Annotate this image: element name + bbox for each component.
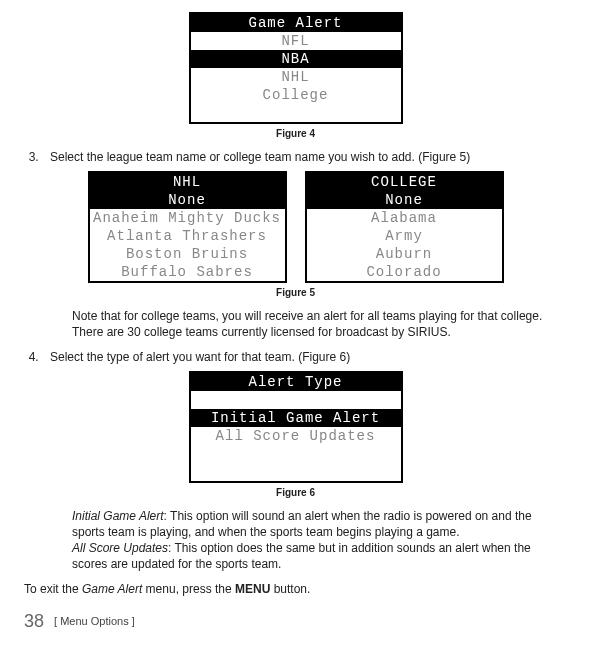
- figure-5-right-item: Alabama: [307, 209, 502, 227]
- figure-4-item: NHL: [191, 68, 401, 86]
- figure-5-left-item: Anaheim Mighty Ducks: [90, 209, 285, 227]
- figure-6-item-selected: Initial Game Alert: [191, 409, 401, 427]
- figure-5-left-item: Buffalo Sabres: [90, 263, 285, 281]
- iga-label: Initial Game Alert: [72, 509, 164, 523]
- figure-4-screen: Game Alert NFL NBA NHL College: [189, 12, 403, 124]
- figure-6-screen: Alert Type Initial Game Alert All Score …: [189, 371, 403, 483]
- exit-mid: menu, press the: [142, 582, 235, 596]
- figure-5-left-screen: NHL None Anaheim Mighty Ducks Atlanta Th…: [88, 171, 287, 283]
- step-3: Select the league team name or college t…: [42, 149, 567, 165]
- alert-type-explanation: Initial Game Alert: This option will sou…: [72, 508, 557, 573]
- figure-4-item: NFL: [191, 32, 401, 50]
- exit-post: button.: [270, 582, 310, 596]
- figure-5-right-screen: COLLEGE None Alabama Army Auburn Colorad…: [305, 171, 504, 283]
- asu-label: All Score Updates: [72, 541, 168, 555]
- figure-5-left-item: Boston Bruins: [90, 245, 285, 263]
- figure-5-right-item: Colorado: [307, 263, 502, 281]
- page-footer: 38 [ Menu Options ]: [24, 611, 567, 632]
- figure-4-title: Game Alert: [191, 14, 401, 32]
- figure-5-caption: Figure 5: [24, 287, 567, 298]
- figure-4-item-selected: NBA: [191, 50, 401, 68]
- figure-5-left-item-selected: None: [90, 191, 285, 209]
- figure-5-left-title: NHL: [90, 173, 285, 191]
- section-label: [ Menu Options ]: [54, 615, 135, 627]
- figure-6-blank: [191, 391, 401, 409]
- college-note: Note that for college teams, you will re…: [72, 308, 557, 340]
- exit-button: MENU: [235, 582, 270, 596]
- figure-5-right-item: Army: [307, 227, 502, 245]
- figure-6-item: All Score Updates: [191, 427, 401, 445]
- figure-5-pair: NHL None Anaheim Mighty Ducks Atlanta Th…: [24, 171, 567, 283]
- figure-6-blank: [191, 445, 401, 463]
- figure-5-right-item-selected: None: [307, 191, 502, 209]
- step-list: Select the type of alert you want for th…: [42, 349, 567, 365]
- figure-4-item: College: [191, 86, 401, 104]
- figure-5-right-item: Auburn: [307, 245, 502, 263]
- exit-menu-label: Game Alert: [82, 582, 142, 596]
- figure-5-left-item: Atlanta Thrashers: [90, 227, 285, 245]
- exit-instruction: To exit the Game Alert menu, press the M…: [24, 581, 567, 597]
- figure-6-blank: [191, 463, 401, 481]
- step-list: Select the league team name or college t…: [42, 149, 567, 165]
- figure-4-caption: Figure 4: [24, 128, 567, 139]
- exit-pre: To exit the: [24, 582, 82, 596]
- figure-6-title: Alert Type: [191, 373, 401, 391]
- figure-4-blank: [191, 104, 401, 122]
- figure-6-caption: Figure 6: [24, 487, 567, 498]
- page-number: 38: [24, 611, 44, 632]
- step-4: Select the type of alert you want for th…: [42, 349, 567, 365]
- figure-5-right-title: COLLEGE: [307, 173, 502, 191]
